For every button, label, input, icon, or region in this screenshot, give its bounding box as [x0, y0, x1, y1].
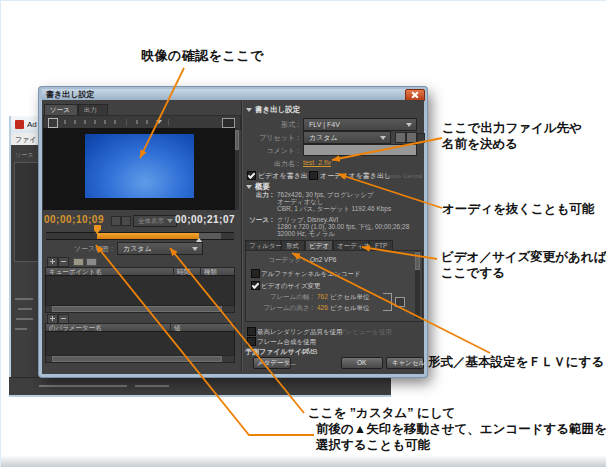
preset-label: プリセット :	[245, 133, 299, 142]
background-app-statusbar	[9, 377, 391, 397]
max-render-quality-label: 最高レンダリング品質を使用	[257, 328, 343, 336]
annotation-output: ここで出力ファイル先や 名前を決める	[442, 120, 582, 152]
annotation-resize: ビデオ／サイズ変更があれば ここでする	[441, 249, 606, 281]
source-range-select[interactable]: カスタム	[117, 242, 203, 255]
save-cue-file-icon[interactable]	[86, 258, 97, 266]
metadata-button[interactable]: メタデータ...	[253, 357, 291, 369]
ok-button-label: OK	[357, 359, 366, 367]
resize-video-label: ビデオのサイズ変更	[261, 282, 321, 290]
alpha-channel-checkbox[interactable]	[251, 269, 260, 278]
timeline-track[interactable]	[46, 232, 234, 240]
import-preset-button[interactable]	[406, 132, 417, 143]
frame-width-label: フレームの幅 :	[261, 293, 313, 301]
add-cue-point-button[interactable]	[47, 257, 58, 267]
zoom-level-value: 全体表示	[138, 217, 164, 225]
annotation-output-line2: 名前を決める	[442, 136, 582, 152]
param-table-hscrollbar[interactable]	[45, 355, 235, 363]
cue-hscroll-thumb[interactable]	[52, 306, 222, 312]
tab-source-label: ソース	[50, 106, 70, 114]
link-dimensions-bracket	[383, 293, 392, 311]
param-hscroll-thumb[interactable]	[52, 356, 222, 362]
summary-output-label: 出力 :	[249, 191, 273, 199]
zoom-level-select[interactable]: 全体表示	[133, 215, 177, 227]
background-app-menubar[interactable]: ファイ	[11, 133, 41, 145]
frame-height-unit: ピクセル単位	[330, 304, 370, 312]
video-preview	[85, 134, 194, 198]
frame-width-unit: ピクセル単位	[330, 293, 370, 301]
frame-width-value[interactable]: 762	[317, 293, 328, 301]
set-out-button[interactable]	[121, 216, 131, 226]
annotation-custom: ここを ”カスタム” にして 前後の▲矢印を移動させて、エンコードする範囲を 選…	[308, 405, 606, 453]
param-table-body	[45, 331, 235, 357]
remove-cue-point-button[interactable]	[58, 257, 69, 267]
max-render-quality-checkbox[interactable]	[247, 327, 256, 336]
cue-table-body	[45, 275, 235, 307]
preview-area	[43, 128, 235, 210]
timecode-in[interactable]: 00;00;10;09	[44, 214, 104, 225]
set-in-button[interactable]	[111, 216, 121, 226]
tab-filters-label: フィルター	[249, 242, 282, 250]
annotation-custom-line2: 前後の▲矢印を移動させて、エンコードする範囲を	[316, 421, 606, 437]
save-preset-button[interactable]	[395, 132, 406, 143]
frame-blend-checkbox[interactable]	[247, 337, 256, 346]
cancel-button-label: キャンセル	[392, 359, 425, 367]
estimated-size-value: 4 MB	[301, 347, 317, 356]
background-text-line	[15, 298, 33, 300]
export-audio-label: オーディオを書き出し	[320, 171, 391, 180]
delete-preset-button[interactable]	[417, 133, 425, 143]
export-audio-checkbox[interactable]	[309, 171, 318, 180]
resize-video-checkbox[interactable]	[251, 281, 260, 290]
preset-select[interactable]: カスタム	[303, 131, 391, 144]
annotation-custom-line3: 選択することも可能	[316, 437, 606, 453]
comment-input[interactable]	[303, 144, 417, 156]
preview-scrollbar[interactable]	[235, 128, 239, 210]
ok-button[interactable]: OK	[341, 357, 383, 369]
tab-output-label: 出力	[84, 106, 97, 114]
menu-file[interactable]: ファイ	[15, 135, 37, 144]
panel-vscrollbar[interactable]	[415, 251, 420, 319]
summary-source-label: ソース :	[245, 216, 273, 224]
cue-table-hscrollbar[interactable]	[45, 305, 235, 313]
pane-divider	[242, 101, 243, 371]
export-settings-dialog: 書き出し設定 ソース 出力	[39, 87, 427, 377]
playhead-marker[interactable]	[94, 225, 101, 230]
background-app-title: Ad	[27, 120, 37, 130]
annotation-resize-line2: ここでする	[441, 265, 606, 281]
section-disclosure-icon[interactable]	[246, 185, 252, 189]
separator	[126, 119, 127, 126]
frame-blend-label: フレーム合成を使用	[257, 338, 316, 346]
frame-height-label: フレームの高さ :	[253, 304, 313, 312]
chevron-down-icon	[192, 247, 198, 251]
format-select[interactable]: FLV | F4V	[303, 118, 417, 131]
format-label: 形式 :	[245, 120, 299, 129]
crop-value-mark	[84, 120, 86, 124]
cancel-button[interactable]: キャンセル	[386, 357, 424, 369]
section-disclosure-icon[interactable]	[246, 108, 252, 112]
crop-icon[interactable]	[48, 118, 58, 128]
frame-height-value[interactable]: 426	[317, 304, 328, 312]
crop-value-mark	[94, 120, 96, 124]
chevron-down-icon[interactable]	[156, 120, 162, 124]
output-preview-icon[interactable]	[222, 118, 235, 128]
annotation-format: 形式／基本設定をＦＬＶにする	[428, 354, 604, 370]
annotation-audio: オーディを抜くことも可能	[442, 201, 594, 217]
link-dimensions-icon[interactable]	[395, 297, 405, 307]
annotation-preview: 映像の確認をここで	[141, 48, 264, 64]
load-cue-file-icon[interactable]	[73, 258, 84, 266]
preview-scrollbar-thumb[interactable]	[235, 130, 239, 150]
metadata-button-label: メタデータ...	[257, 359, 296, 367]
output-name-link[interactable]: test_2.flv	[303, 158, 331, 167]
screenshot-page: Ad ファイ ソース 書き出し設定 ソース 出力	[0, 0, 606, 467]
panel-vscroll-thumb[interactable]	[415, 252, 420, 270]
codec-label: コーデック :	[257, 256, 305, 264]
timeline-range-bar[interactable]	[97, 233, 199, 239]
codec-value[interactable]: On2 VP6	[310, 256, 336, 264]
background-app-window: Ad ファイ ソース	[9, 116, 41, 394]
source-range-value: カスタム	[123, 244, 152, 253]
export-video-checkbox[interactable]	[247, 171, 256, 180]
crop-value-mark	[136, 120, 138, 124]
summary-header: 概要	[255, 182, 270, 191]
tab-audio-label: オーディオ	[337, 242, 370, 250]
alpha-channel-label: アルファチャンネルをエンコード	[261, 270, 361, 278]
timecode-out: 00;00;21;07	[173, 214, 235, 225]
